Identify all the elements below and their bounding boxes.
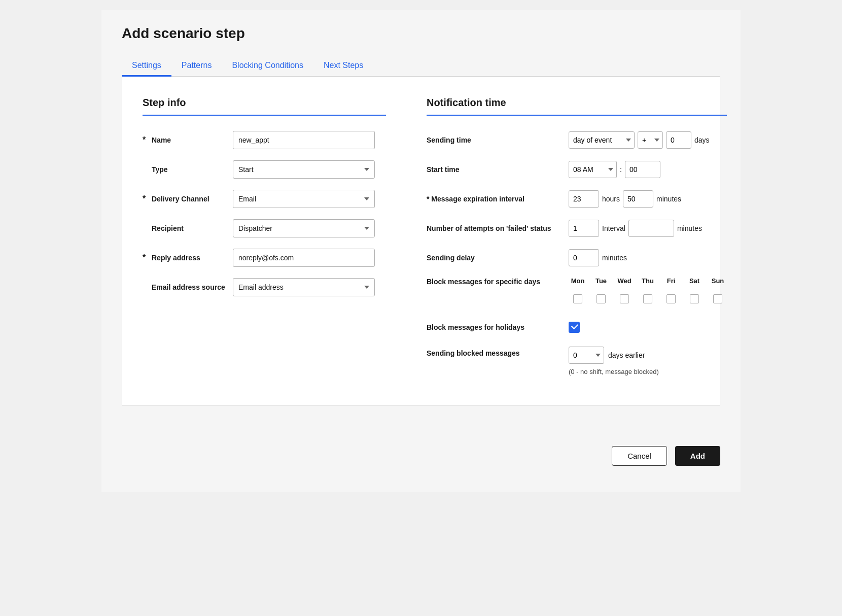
type-select[interactable]: Start [233, 160, 375, 179]
expiration-minutes-unit: minutes [656, 195, 681, 203]
footer-buttons: Cancel Add [122, 436, 720, 471]
delivery-row: * Delivery Channel Email [143, 189, 386, 209]
left-panel: Step info * Name Type Start * Delivery C… [143, 97, 386, 385]
attempts-interval-input[interactable] [628, 220, 674, 237]
thu-checkbox[interactable] [643, 294, 652, 303]
thu-checkbox-wrap [639, 290, 657, 308]
expiration-label: * Message expiration interval [427, 194, 569, 203]
tue-checkbox-wrap [592, 290, 610, 308]
sending-delay-row: Sending delay minutes [427, 248, 727, 268]
sun-checkbox[interactable] [713, 294, 722, 303]
type-label: Type [152, 165, 233, 174]
wed-checkbox[interactable] [620, 294, 629, 303]
tabs-container: Settings Patterns Blocking Conditions Ne… [122, 56, 720, 77]
day-tue-header: Tue [592, 277, 610, 285]
sending-delay-input[interactable] [569, 249, 599, 266]
name-input[interactable] [233, 131, 375, 149]
expiration-hours-input[interactable] [569, 190, 599, 208]
sending-blocked-value-row: 0 days earlier [569, 347, 659, 364]
expiration-required-star: * [427, 195, 431, 203]
recipient-label: Recipient [152, 224, 233, 232]
reply-label: Reply address [152, 254, 233, 262]
cancel-button[interactable]: Cancel [612, 446, 667, 466]
attempts-row: Number of attempts on 'failed' status In… [427, 218, 727, 238]
fri-checkbox[interactable] [666, 294, 676, 303]
tab-patterns[interactable]: Patterns [171, 56, 222, 77]
delivery-select[interactable]: Email [233, 190, 375, 208]
start-time-minute[interactable] [625, 161, 660, 178]
attempts-label: Number of attempts on 'failed' status [427, 224, 569, 233]
sending-blocked-label: Sending blocked messages [427, 347, 569, 358]
notification-time-title: Notification time [427, 97, 727, 116]
block-days-row: Block messages for specific days Mon Tue… [427, 277, 727, 308]
right-panel: Notification time Sending time day of ev… [427, 97, 727, 385]
name-label: Name [152, 136, 233, 144]
tab-settings[interactable]: Settings [122, 56, 171, 77]
day-sun-header: Sun [709, 277, 727, 285]
email-source-row: Email address source Email address [143, 277, 386, 297]
sending-delay-label: Sending delay [427, 253, 569, 262]
delivery-label: Delivery Channel [152, 195, 233, 203]
delivery-required-star: * [143, 194, 152, 203]
step-info-title: Step info [143, 97, 386, 116]
reply-input[interactable] [233, 249, 375, 267]
day-headers: Mon Tue Wed Thu Fri Sat Sun [569, 277, 727, 285]
sending-blocked-select[interactable]: 0 [569, 347, 604, 364]
tue-checkbox[interactable] [597, 294, 606, 303]
sending-delay-controls: minutes [569, 249, 627, 266]
day-fri-header: Fri [662, 277, 680, 285]
sending-time-label: Sending time [427, 135, 569, 145]
reply-row: * Reply address [143, 248, 386, 268]
sending-blocked-suffix: days earlier [608, 351, 645, 359]
start-time-hour[interactable]: 08 AM [569, 161, 617, 178]
recipient-row: Recipient Dispatcher [143, 218, 386, 238]
page-title: Add scenario step [122, 25, 720, 42]
email-source-label: Email address source [152, 283, 233, 291]
name-row: * Name [143, 130, 386, 150]
recipient-select[interactable]: Dispatcher [233, 219, 375, 237]
email-source-select[interactable]: Email address [233, 278, 375, 296]
tab-nextsteps[interactable]: Next Steps [313, 56, 373, 77]
content-card: Step info * Name Type Start * Delivery C… [122, 77, 720, 405]
expiration-controls: hours minutes [569, 190, 681, 208]
sending-blocked-controls: 0 days earlier (0 - no shift, message bl… [569, 347, 659, 375]
sending-time-unit: days [694, 136, 710, 144]
tab-blocking[interactable]: Blocking Conditions [222, 56, 313, 77]
sending-time-dropdown[interactable]: day of event [569, 131, 635, 149]
expiration-row: * Message expiration interval hours minu… [427, 189, 727, 209]
attempts-controls: Interval minutes [569, 220, 702, 237]
block-holidays-controls [569, 322, 580, 333]
page-wrapper: Add scenario step Settings Patterns Bloc… [101, 10, 741, 492]
sending-time-operator[interactable]: + - [638, 131, 663, 149]
mon-checkbox-wrap [569, 290, 587, 308]
expiration-minutes-input[interactable] [623, 190, 653, 208]
reply-required-star: * [143, 253, 152, 262]
block-days-controls: Mon Tue Wed Thu Fri Sat Sun [569, 277, 727, 308]
attempts-interval-label: Interval [602, 224, 625, 232]
fri-checkbox-wrap [662, 290, 680, 308]
holidays-checkbox[interactable] [569, 322, 580, 333]
attempts-value-input[interactable] [569, 220, 599, 237]
sending-blocked-row: Sending blocked messages 0 days earlier … [427, 347, 727, 375]
block-holidays-label: Block messages for holidays [427, 323, 569, 332]
day-thu-header: Thu [639, 277, 657, 285]
attempts-unit: minutes [677, 224, 702, 232]
expiration-hours-unit: hours [602, 195, 620, 203]
sending-delay-unit: minutes [602, 254, 627, 262]
type-row: Type Start [143, 159, 386, 180]
block-holidays-row: Block messages for holidays [427, 317, 727, 337]
day-mon-header: Mon [569, 277, 587, 285]
start-time-row: Start time 08 AM : [427, 159, 727, 180]
sat-checkbox[interactable] [690, 294, 699, 303]
start-time-label: Start time [427, 165, 569, 174]
name-required-star: * [143, 135, 152, 145]
sending-blocked-note: (0 - no shift, message blocked) [569, 368, 659, 375]
sending-time-days-input[interactable] [666, 131, 691, 149]
sat-checkbox-wrap [685, 290, 704, 308]
start-time-controls: 08 AM : [569, 161, 660, 178]
wed-checkbox-wrap [615, 290, 634, 308]
block-days-label: Block messages for specific days [427, 277, 569, 286]
add-button[interactable]: Add [675, 446, 720, 466]
sending-time-controls: day of event + - days [569, 131, 710, 149]
mon-checkbox[interactable] [573, 294, 582, 303]
